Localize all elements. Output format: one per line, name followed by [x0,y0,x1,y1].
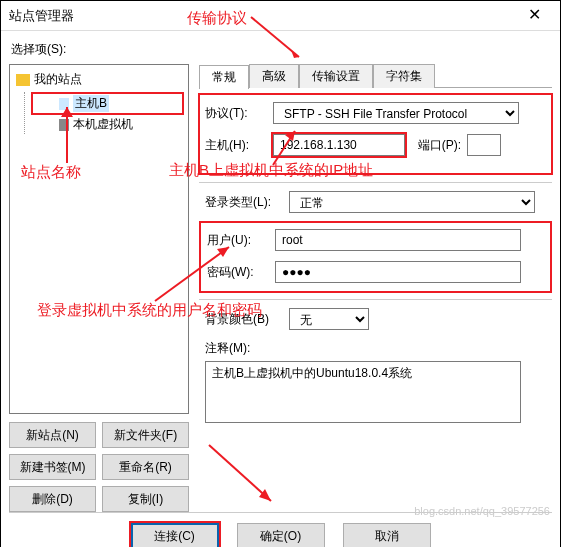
login-type-select[interactable]: 正常 [289,191,535,213]
host-label: 主机(H): [205,137,267,154]
site-action-buttons: 新站点(N) 新文件夹(F) 新建书签(M) 重命名(R) 删除(D) 复制(I… [9,422,189,512]
host-input[interactable] [273,134,405,156]
tree-item-hostb[interactable]: 主机B [31,92,184,115]
password-input[interactable] [275,261,521,283]
ok-button[interactable]: 确定(O) [237,523,325,547]
tab-transfer[interactable]: 传输设置 [299,64,373,88]
new-site-button[interactable]: 新站点(N) [9,422,96,448]
folder-icon [16,74,30,86]
window-title: 站点管理器 [9,7,74,25]
select-entry-label: 选择项(S): [11,41,552,58]
site-tree[interactable]: 我的站点 主机B 本机虚拟机 [9,64,189,414]
tree-root[interactable]: 我的站点 [14,71,184,88]
dialog-footer: 连接(C) 确定(O) 取消 [9,512,552,547]
close-icon[interactable]: ✕ [516,4,552,28]
password-label: 密码(W): [207,264,269,281]
user-input[interactable] [275,229,521,251]
cancel-button[interactable]: 取消 [343,523,431,547]
rename-button[interactable]: 重命名(R) [102,454,189,480]
tree-item-localvm[interactable]: 本机虚拟机 [31,115,184,134]
copy-button[interactable]: 复制(I) [102,486,189,512]
protocol-select[interactable]: SFTP - SSH File Transfer Protocol [273,102,519,124]
delete-button[interactable]: 删除(D) [9,486,96,512]
server-icon [59,98,69,110]
site-manager-window: 站点管理器 ✕ 选择项(S): 我的站点 主机B [0,0,561,547]
tree-root-label: 我的站点 [34,71,82,88]
tabs: 常规 高级 传输设置 字符集 [199,64,552,88]
bgcolor-select[interactable]: 无 [289,308,369,330]
comment-label: 注释(M): [205,340,546,357]
comment-textarea[interactable] [205,361,521,423]
user-label: 用户(U): [207,232,269,249]
tree-item-label: 主机B [73,95,109,112]
tab-general[interactable]: 常规 [199,65,249,89]
tree-item-label: 本机虚拟机 [73,116,133,133]
protocol-label: 协议(T): [205,105,267,122]
bgcolor-label: 背景颜色(B) [205,311,283,328]
server-icon [59,119,69,131]
tab-advanced[interactable]: 高级 [249,64,299,88]
titlebar: 站点管理器 ✕ [1,1,560,31]
connect-button[interactable]: 连接(C) [131,523,219,547]
login-type-label: 登录类型(L): [205,194,283,211]
tab-charset[interactable]: 字符集 [373,64,435,88]
port-input[interactable] [467,134,501,156]
separator [199,182,552,183]
new-folder-button[interactable]: 新文件夹(F) [102,422,189,448]
new-bookmark-button[interactable]: 新建书签(M) [9,454,96,480]
port-label: 端口(P): [411,137,461,154]
separator [199,299,552,300]
